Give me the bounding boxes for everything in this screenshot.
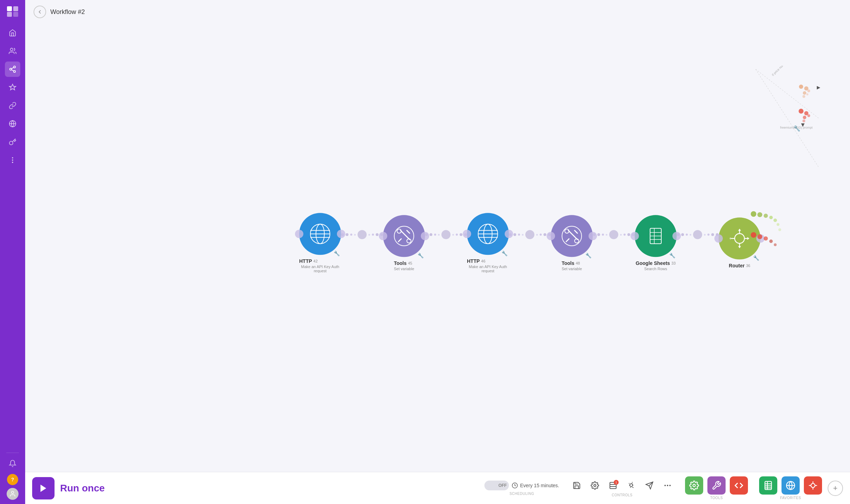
notification-icon[interactable] — [5, 456, 20, 471]
fav-sheets-button[interactable] — [759, 476, 777, 495]
node-http1-circle[interactable]: 🔧 — [299, 213, 341, 255]
svg-line-17 — [756, 69, 819, 118]
node-http2-circle[interactable]: 🔧 — [467, 213, 509, 255]
svg-rect-0 — [7, 6, 12, 11]
help-button[interactable]: ? — [7, 474, 18, 485]
more-control-icon[interactable] — [661, 479, 674, 492]
svg-point-94 — [693, 484, 696, 487]
magic-control-icon[interactable] — [625, 479, 638, 492]
sidebar-item-webhooks[interactable] — [5, 116, 20, 131]
sidebar-item-more[interactable] — [5, 152, 20, 168]
svg-point-39 — [394, 226, 414, 246]
tool-bracket-button[interactable] — [730, 476, 748, 495]
svg-point-13 — [12, 160, 13, 160]
svg-text:🔧: 🔧 — [793, 125, 800, 132]
run-once-label: Run once — [60, 483, 105, 494]
node-http1[interactable]: 🔧 HTTP 42 Make an API Key Auth request — [299, 213, 341, 273]
svg-point-70 — [751, 211, 756, 217]
sidebar-item-connections[interactable] — [5, 98, 20, 113]
node-router-label: Router 36 — [729, 263, 750, 268]
node-gsheets-port-left — [631, 232, 639, 240]
settings-control-icon[interactable] — [589, 479, 601, 492]
controls-section: 1 — [570, 479, 674, 497]
node-tools1-port-left — [379, 232, 387, 240]
svg-point-81 — [774, 243, 777, 246]
connector-5 — [677, 230, 719, 239]
connector-4 — [593, 230, 635, 239]
svg-marker-63 — [738, 229, 741, 231]
node-tools1[interactable]: 🔧 Tools 45 Set variable — [383, 215, 425, 271]
svg-rect-1 — [13, 6, 18, 11]
svg-point-15 — [12, 491, 14, 494]
node-tools2-port-left — [547, 232, 555, 240]
sidebar-item-home[interactable] — [5, 25, 20, 41]
user-avatar[interactable] — [7, 488, 19, 500]
app-logo[interactable] — [6, 4, 20, 18]
connector-2 — [425, 230, 467, 239]
send-control-icon[interactable] — [643, 479, 656, 492]
svg-point-88 — [630, 484, 633, 487]
node-gsheets[interactable]: 🔧 Google Sheets 33 Search Rows — [635, 215, 677, 271]
node-gsheets-circle[interactable]: 🔧 — [635, 215, 677, 257]
layers-control-icon[interactable]: 1 — [607, 479, 619, 492]
node-router-port-right — [756, 234, 765, 243]
sidebar-divider — [6, 453, 19, 453]
sidebar: ? — [0, 0, 25, 504]
run-button[interactable] — [32, 477, 55, 499]
routing-visual: 🔧 if price number is not found in CMS, s… — [752, 66, 822, 171]
node-tools1-circle[interactable]: 🔧 — [383, 215, 425, 257]
svg-point-27 — [807, 114, 810, 117]
tools-icons — [685, 476, 748, 495]
node-tools1-port-right — [421, 232, 429, 240]
svg-point-72 — [764, 214, 768, 218]
sidebar-bottom: ? — [5, 456, 20, 500]
bottom-bar: Run once OFF Every 15 minutes. SCHEDULIN… — [25, 472, 850, 504]
schedule-toggle[interactable]: OFF — [484, 481, 509, 490]
svg-point-14 — [12, 162, 13, 163]
scheduling-section: OFF Every 15 minutes. SCHEDULING — [484, 481, 559, 496]
svg-rect-2 — [7, 12, 12, 17]
svg-point-91 — [665, 485, 665, 486]
wrench-tools2: 🔧 — [585, 253, 591, 258]
svg-point-6 — [10, 68, 12, 70]
svg-point-92 — [667, 485, 668, 486]
node-tools2-circle[interactable]: 🔧 — [551, 215, 593, 257]
node-tools2-label: Tools 48 Set variable — [562, 260, 582, 271]
tool-gear-button[interactable] — [685, 476, 703, 495]
node-gsheets-port-right — [672, 232, 681, 240]
node-tools2[interactable]: 🔧 Tools 48 Set variable — [551, 215, 593, 271]
back-button[interactable] — [34, 6, 46, 18]
sidebar-item-users[interactable] — [5, 43, 20, 59]
controls-label: CONTROLS — [612, 493, 633, 497]
sidebar-item-integrations[interactable] — [5, 80, 20, 95]
node-http2-port-right — [505, 230, 513, 238]
svg-point-50 — [562, 226, 582, 246]
tool-wrench-button[interactable] — [707, 476, 726, 495]
wrench-gsheets: 🔧 — [669, 253, 675, 258]
workflow-canvas[interactable]: 🔧 if price number is not found in CMS, s… — [25, 24, 850, 472]
header: Workflow #2 — [25, 0, 850, 24]
fav-globe-button[interactable] — [781, 476, 800, 495]
schedule-text: Every 15 minutes. — [512, 482, 559, 489]
save-control-icon[interactable] — [570, 479, 583, 492]
node-router-circle[interactable]: 🔧 — [719, 217, 761, 259]
svg-point-28 — [802, 120, 805, 122]
add-button[interactable]: + — [828, 481, 843, 496]
fav-router-button[interactable] — [804, 476, 822, 495]
node-http2[interactable]: 🔧 HTTP 46 Make an API Key Auth request — [467, 213, 509, 273]
svg-point-25 — [804, 111, 808, 115]
sidebar-item-share[interactable] — [5, 62, 20, 77]
svg-point-26 — [803, 116, 806, 119]
svg-point-19 — [804, 86, 808, 91]
node-gsheets-label: Google Sheets 33 Search Rows — [636, 260, 676, 271]
sidebar-item-keys[interactable] — [5, 134, 20, 150]
connector-1 — [341, 230, 383, 239]
favorites-section: FAVORITES — [759, 476, 822, 500]
svg-line-54 — [566, 239, 569, 242]
fav-icons — [759, 476, 822, 495]
node-router[interactable]: 🔧 — [719, 217, 761, 268]
svg-point-73 — [769, 216, 773, 219]
svg-point-5 — [14, 66, 16, 68]
node-router-port-left — [714, 234, 723, 243]
svg-line-44 — [407, 230, 410, 233]
